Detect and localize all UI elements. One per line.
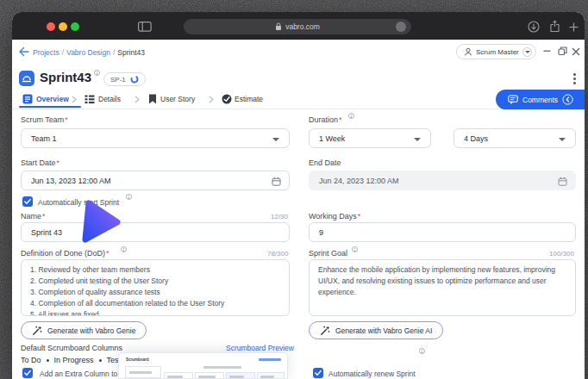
- lock-icon: [275, 22, 282, 31]
- sprint-goal-counter: 100/300: [549, 250, 574, 258]
- duration-label: Duration: [309, 115, 342, 124]
- role-caret-icon: [522, 47, 532, 57]
- name-input[interactable]: Sprint 43: [21, 222, 290, 242]
- title-info-icon[interactable]: [94, 70, 100, 76]
- overview-tab-icon: [22, 94, 33, 104]
- popup-column-header: [195, 372, 224, 379]
- duration-week-select[interactable]: 1 Week: [309, 128, 431, 148]
- tab-user-story[interactable]: User Story: [160, 95, 195, 103]
- auto-renew-label: Automatically renew Sprint: [328, 370, 416, 378]
- traffic-light-close[interactable]: [47, 22, 55, 31]
- start-date-input[interactable]: Jun 13, 2023 12:00 AM: [21, 171, 290, 190]
- duration-days-select[interactable]: 4 Days: [454, 128, 576, 148]
- calendar-icon: [558, 177, 567, 186]
- working-days-value: 9: [319, 228, 323, 237]
- scrumboard-preview-popup: Scrumboard: [118, 352, 288, 379]
- breadcrumb-separator: /: [62, 48, 64, 57]
- renew-info-icon[interactable]: [419, 348, 425, 354]
- duration-info-icon[interactable]: [348, 113, 354, 119]
- tab-overview[interactable]: Overview: [36, 95, 69, 103]
- window-close-icon[interactable]: [572, 47, 580, 56]
- working-days-input[interactable]: 9: [309, 222, 576, 242]
- tab-details[interactable]: Details: [98, 95, 121, 103]
- scrumboard-columns-label: Default Scrumboard Columns: [21, 344, 122, 352]
- end-date-value: Jun 24, 2023 12:00 AM: [319, 177, 399, 185]
- dod-line: 5. All issues are fixed: [30, 309, 280, 316]
- estimate-tab-icon: [222, 94, 232, 104]
- window-restore-icon[interactable]: [558, 47, 567, 56]
- sprint-goal-textarea[interactable]: Enhance the mobile application by implem…: [309, 259, 576, 316]
- collapse-panel-icon[interactable]: [562, 94, 573, 105]
- chevron-right-icon: [72, 96, 77, 103]
- sprint-app-icon: [19, 71, 34, 86]
- sprint-goal-label: Sprint Goal: [309, 249, 347, 258]
- window-minimize-icon[interactable]: [543, 50, 551, 53]
- generate-genie-label: Generate with Vabro Genie: [47, 326, 135, 335]
- address-bar[interactable]: vabro.com: [184, 19, 411, 34]
- dod-counter: 78/300: [267, 250, 288, 258]
- check-icon: [23, 197, 32, 206]
- duration-week-value: 1 Week: [319, 134, 345, 143]
- popup-column-header: [257, 372, 285, 379]
- popup-column-header: [226, 372, 255, 379]
- role-selector[interactable]: Scrum Master: [456, 44, 536, 59]
- scrum-team-select[interactable]: Team 1: [21, 128, 290, 148]
- downloads-icon[interactable]: [528, 21, 540, 33]
- sprint-key-badge[interactable]: SP-1: [103, 72, 146, 86]
- extra-column-checkbox[interactable]: [22, 368, 33, 378]
- auto-renew-checkbox[interactable]: [313, 368, 323, 378]
- start-date-value: Jun 13, 2023 12:00 AM: [31, 177, 111, 185]
- column-in-progress: In Progress: [54, 356, 94, 364]
- end-date-input: Jun 24, 2023 12:00 AM: [309, 171, 576, 190]
- duration-days-value: 4 Days: [464, 134, 488, 143]
- generate-genie-button[interactable]: Generate with Vabro Genie: [21, 321, 147, 339]
- back-arrow-icon[interactable]: [18, 47, 29, 57]
- calendar-icon[interactable]: [272, 177, 281, 186]
- kebab-menu-icon[interactable]: [573, 73, 576, 84]
- breadcrumb-separator: /: [113, 48, 115, 57]
- magic-wand-icon: [32, 326, 42, 336]
- chevron-down-icon: [272, 138, 279, 141]
- popup-action-link[interactable]: [259, 358, 281, 361]
- traffic-light-zoom[interactable]: [71, 22, 79, 31]
- breadcrumb-vabro-design[interactable]: Vabro Design: [66, 48, 110, 57]
- comments-button[interactable]: Comments: [496, 90, 585, 109]
- person-icon: [464, 47, 472, 56]
- column-testing: Tes: [107, 356, 119, 364]
- scrumboard-preview-link[interactable]: Scrumboard Preview: [226, 344, 294, 352]
- comment-icon: [508, 95, 518, 105]
- breadcrumb: Projects/Vabro Design/Sprint43: [33, 48, 145, 57]
- traffic-light-minimize[interactable]: [59, 22, 67, 31]
- screenshot-stage: vabro.com Projects/Vabro Design/Sprint43…: [0, 0, 588, 379]
- bullet-icon: [47, 359, 49, 362]
- role-label: Scrum Master: [476, 48, 519, 56]
- tab-estimate[interactable]: Estimate: [235, 95, 263, 103]
- breadcrumb-projects[interactable]: Projects: [33, 48, 59, 57]
- chevron-right-icon: [209, 96, 214, 103]
- popup-user-story-cell: [125, 366, 161, 378]
- auto-start-checkbox[interactable]: [22, 196, 33, 207]
- auto-start-info-icon[interactable]: [126, 194, 132, 200]
- bullet-icon: [99, 359, 102, 362]
- sprint-goal-info-icon[interactable]: [352, 246, 358, 252]
- default-columns-row: To DoIn ProgressTes: [21, 356, 119, 364]
- scrum-team-label: Scrum Team: [21, 115, 68, 124]
- new-tab-icon[interactable]: [569, 22, 579, 32]
- sprint-key-label: SP-1: [110, 76, 126, 84]
- magic-wand-icon: [320, 326, 330, 336]
- chevron-right-icon: [134, 96, 140, 103]
- share-icon[interactable]: [549, 20, 560, 33]
- dod-textarea[interactable]: 1. Reviewed by other team members 2. Com…: [21, 259, 290, 316]
- breadcrumb-current: Sprint43: [117, 48, 145, 57]
- generate-genie-ai-button[interactable]: Generate with Vabro Genie AI: [309, 321, 443, 339]
- popup-column-header: [164, 372, 193, 379]
- dod-label: Definition of Done (DoD): [21, 249, 109, 258]
- chevron-down-icon: [414, 138, 421, 141]
- reader-button[interactable]: [396, 22, 406, 32]
- chevron-down-icon: [559, 138, 566, 141]
- url-text: vabro.com: [285, 22, 320, 31]
- active-tab-underline: [19, 106, 81, 108]
- user-story-tab-icon: [148, 94, 157, 104]
- extra-column-label: Add an Extra Column to: [40, 370, 117, 378]
- sidebar-toggle-icon[interactable]: [138, 22, 152, 32]
